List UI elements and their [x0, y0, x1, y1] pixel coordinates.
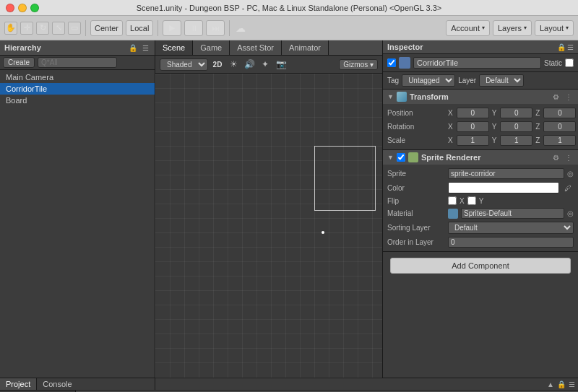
sprite-label: Sprite — [387, 170, 445, 178]
static-checkbox[interactable] — [565, 58, 574, 67]
rotation-x-label: X — [448, 123, 453, 131]
object-name-input[interactable] — [413, 57, 541, 69]
hierarchy-panel: Hierarchy 🔒 ☰ Create Main Camera Corrido… — [0, 40, 155, 378]
rotation-row: Rotation X Y Z — [387, 120, 574, 134]
bottom-menu-icon[interactable]: ☰ — [569, 380, 575, 388]
scale-y-input[interactable] — [500, 135, 532, 146]
scene-pivot-dot — [322, 231, 324, 234]
hierarchy-create-button[interactable]: Create — [3, 57, 35, 68]
shading-dropdown[interactable]: Shaded — [160, 58, 208, 71]
object-icon — [399, 57, 410, 69]
sprite-input[interactable] — [448, 168, 564, 179]
rotation-y-label: Y — [492, 123, 497, 131]
bottom-section: Project Console ▲ 🔒 ☰ Create ▾ ★ Favorit… — [0, 378, 578, 392]
sprite-renderer-checkbox[interactable] — [397, 153, 405, 162]
position-y-input[interactable] — [500, 108, 532, 118]
hierarchy-item-board[interactable]: Board — [0, 95, 155, 106]
rotation-z-input[interactable] — [543, 121, 576, 132]
layers-dropdown[interactable]: Layers ▾ — [493, 20, 532, 36]
flip-x-checkbox[interactable] — [448, 196, 457, 205]
inspector-header-icons: 🔒 ☰ — [557, 43, 574, 51]
hierarchy-item-main-camera[interactable]: Main Camera — [0, 71, 155, 83]
move-tool[interactable]: ✛ — [20, 22, 33, 35]
console-tab[interactable]: Console — [37, 378, 77, 390]
transform-header[interactable]: ▼ Transform ⚙ ⋮ — [383, 90, 578, 104]
close-button[interactable] — [6, 4, 14, 12]
position-label: Position — [387, 109, 445, 117]
bottom-right-icons: ▲ 🔒 ☰ — [544, 378, 578, 390]
scene-camera-icon[interactable]: 📷 — [275, 58, 288, 71]
maximize-button[interactable] — [30, 4, 39, 12]
gizmos-dropdown[interactable]: Gizmos ▾ — [339, 59, 378, 70]
flip-y-checkbox[interactable] — [467, 196, 476, 205]
object-active-checkbox[interactable] — [387, 58, 396, 67]
hierarchy-lock-icon[interactable]: 🔒 — [128, 43, 138, 53]
hierarchy-search-input[interactable] — [38, 57, 117, 68]
transform-body: Position X Y Z Rotation X Y Z — [383, 104, 578, 149]
pause-button[interactable]: ⏸ — [184, 20, 203, 36]
minimize-button[interactable] — [18, 4, 27, 12]
main-layout: Hierarchy 🔒 ☰ Create Main Camera Corrido… — [0, 40, 578, 378]
transform-settings-icon[interactable]: ⚙ — [551, 92, 561, 102]
local-button[interactable]: Local — [126, 20, 153, 36]
account-dropdown[interactable]: Account ▾ — [446, 20, 490, 36]
bottom-collapse-icon[interactable]: ▲ — [547, 380, 554, 388]
order-in-layer-input[interactable] — [448, 237, 574, 248]
rect-tool[interactable]: ▭ — [68, 22, 81, 35]
layer-dropdown[interactable]: Default — [479, 74, 524, 87]
hand-tool[interactable]: ✋ — [4, 22, 17, 35]
material-select-icon[interactable]: ◎ — [567, 209, 574, 217]
tab-scene[interactable]: Scene — [155, 40, 193, 55]
position-z-input[interactable] — [543, 108, 576, 118]
hierarchy-menu-icon[interactable]: ☰ — [140, 43, 150, 53]
center-button[interactable]: Center — [90, 20, 123, 36]
tab-game[interactable]: Game — [193, 40, 230, 55]
tab-animator[interactable]: Animator — [282, 40, 329, 55]
sprite-select-icon[interactable]: ◎ — [567, 170, 574, 178]
color-swatch[interactable] — [448, 182, 559, 193]
add-component-button[interactable]: Add Component — [390, 258, 571, 274]
layout-dropdown[interactable]: Layout ▾ — [535, 20, 574, 36]
rotation-x-input[interactable] — [457, 121, 489, 132]
sprite-renderer-settings-icon[interactable]: ⚙ — [551, 152, 561, 162]
scale-x-input[interactable] — [457, 135, 489, 146]
scene-grid — [155, 74, 382, 378]
transform-overflow-icon[interactable]: ⋮ — [564, 92, 574, 102]
rotation-y-input[interactable] — [500, 121, 532, 132]
window-title: Scene1.unity - Dungeon BSP - PC, Mac & L… — [137, 4, 442, 12]
tag-dropdown[interactable]: Untagged — [402, 74, 455, 87]
position-y-label: Y — [492, 109, 497, 117]
rotate-tool[interactable]: ↻ — [36, 22, 49, 35]
inspector-panel: Inspector 🔒 ☰ Static Tag Untagged Layer … — [383, 40, 578, 378]
position-x-label: X — [448, 109, 453, 117]
scale-tool[interactable]: ⤡ — [52, 22, 65, 35]
scale-z-input[interactable] — [543, 135, 576, 146]
inspector-lock-icon[interactable]: 🔒 — [557, 43, 566, 51]
hierarchy-item-corridor-tile[interactable]: CorridorTile — [0, 83, 155, 95]
cloud-icon[interactable]: ☁ — [234, 22, 247, 35]
transform-section: ▼ Transform ⚙ ⋮ Position X Y Z — [383, 90, 578, 150]
order-in-layer-label: Order in Layer — [387, 238, 445, 246]
transform-arrow: ▼ — [387, 93, 394, 100]
eyedropper-icon[interactable]: 🖊 — [562, 182, 574, 193]
separator-3 — [229, 20, 230, 36]
sprite-renderer-title: Sprite Renderer — [421, 153, 548, 162]
hierarchy-header: Hierarchy 🔒 ☰ — [0, 40, 155, 56]
position-x-input[interactable] — [457, 108, 489, 118]
sorting-layer-dropdown[interactable]: Default — [448, 222, 574, 234]
scene-audio-icon[interactable]: 🔊 — [243, 58, 256, 71]
material-label: Material — [387, 209, 445, 217]
sprite-renderer-overflow-icon[interactable]: ⋮ — [564, 152, 574, 162]
material-input[interactable] — [461, 208, 564, 219]
bottom-lock-icon[interactable]: 🔒 — [557, 380, 566, 388]
sprite-renderer-header[interactable]: ▼ Sprite Renderer ⚙ ⋮ — [383, 150, 578, 165]
play-button[interactable]: ▶ — [163, 20, 181, 36]
scene-2d-button[interactable]: 2D — [211, 58, 224, 71]
tab-asset-store[interactable]: Asset Stor — [230, 40, 282, 55]
scene-viewport[interactable] — [155, 74, 382, 378]
inspector-menu-icon[interactable]: ☰ — [567, 43, 574, 51]
scene-fx-icon[interactable]: ✦ — [259, 58, 272, 71]
project-tab[interactable]: Project — [0, 378, 37, 390]
scene-light-icon[interactable]: ☀ — [227, 58, 240, 71]
step-button[interactable]: ⏭ — [206, 20, 225, 36]
